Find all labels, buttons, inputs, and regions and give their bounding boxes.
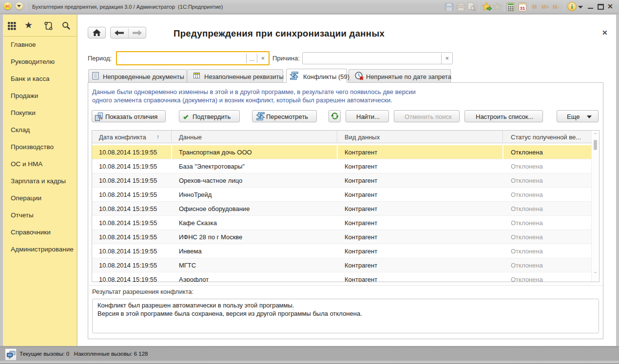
svg-text:i: i <box>571 3 573 10</box>
svg-text:31: 31 <box>520 5 525 11</box>
